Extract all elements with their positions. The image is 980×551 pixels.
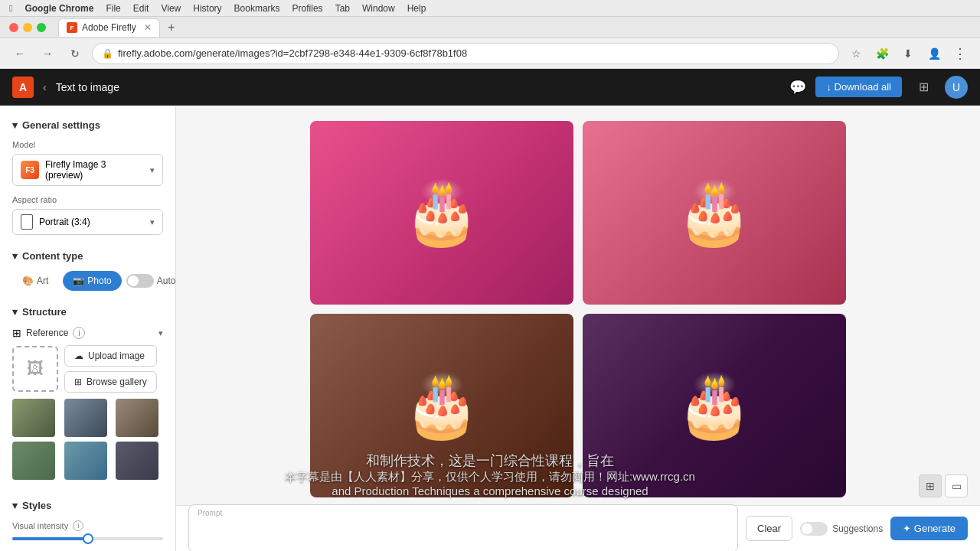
photo-button[interactable]: 📷 Photo [63,271,121,291]
ref-thumb-6[interactable] [116,442,158,480]
adobe-logo: A [12,77,34,98]
prompt-input[interactable] [188,504,738,551]
aspect-ratio-field: Aspect ratio Portrait (3:4) ▾ [0,191,175,240]
bookmark-icon[interactable]: ☆ [845,43,867,64]
app-bar: A ‹ Text to image 💬 ↓ Download all ⊞ U [0,69,980,106]
ref-thumb-3[interactable] [116,399,158,437]
general-settings-header[interactable]: ▾ General settings [0,115,175,135]
chevron-down-icon: ▾ [12,119,18,131]
menu-help[interactable]: Help [407,3,426,14]
download-icon[interactable]: ⬇ [897,43,919,64]
cake-emoji-3: 🎂 [403,370,480,442]
avatar[interactable]: U [945,76,968,99]
menu-chrome[interactable]: Google Chrome [24,3,93,14]
image-card-3[interactable]: 🎂 [310,314,573,497]
browse-gallery-button[interactable]: ⊞ Browse gallery [64,371,157,393]
art-button[interactable]: 🎨 Art [12,271,58,291]
styles-header[interactable]: ▾ Styles [0,495,175,516]
content-type-row: 🎨 Art 📷 Photo Auto [0,266,175,295]
structure-header[interactable]: ▾ Structure [0,302,175,322]
tab-close-icon[interactable]: ✕ [144,22,152,33]
slider-thumb [83,533,93,544]
single-view-button[interactable]: ▭ [945,474,968,497]
content-type-section: ▾ Content type 🎨 Art 📷 Photo Auto [0,246,175,295]
image-card-2[interactable]: 🎂 [583,121,846,305]
apps-grid-icon[interactable]: ⊞ [911,75,936,99]
comment-icon[interactable]: 💬 [789,79,806,96]
visual-intensity-info-icon[interactable]: i [73,520,83,531]
menu-view[interactable]: View [161,3,181,14]
suggestions-switch[interactable] [800,522,828,536]
reload-button[interactable]: ↻ [64,43,86,64]
reference-chevron-icon[interactable]: ▾ [158,328,163,338]
menu-icon[interactable]: ⋮ [949,43,971,64]
general-settings-section: ▾ General settings Model F3 Firefly Imag… [0,115,175,240]
bottom-bar: Prompt Clear Suggestions ✦ Generate [176,505,980,551]
active-tab[interactable]: F Adobe Firefly ✕ [58,18,160,37]
back-nav-button[interactable]: ← [9,43,31,64]
address-actions: ☆ 🧩 ⬇ 👤 ⋮ [845,43,971,64]
auto-toggle[interactable]: Auto [126,274,176,288]
visual-intensity-slider[interactable] [12,537,163,540]
generate-button[interactable]: ✦ Generate [890,517,968,540]
model-field: Model F3 Firefly Image 3 (preview) ▾ [0,135,175,191]
model-dropdown[interactable]: F3 Firefly Image 3 (preview) ▾ [12,154,163,186]
aspect-name: Portrait (3:4) [39,217,144,227]
reference-info-icon[interactable]: i [73,327,85,339]
main-layout: ▾ General settings Model F3 Firefly Imag… [0,106,980,551]
general-settings-label: General settings [22,119,100,131]
content-type-header[interactable]: ▾ Content type [0,246,175,266]
photo-icon: 📷 [73,276,84,286]
menu-window[interactable]: Window [362,3,395,14]
forward-nav-button[interactable]: → [37,43,58,64]
profile-icon[interactable]: 👤 [923,43,945,64]
extension-icon[interactable]: 🧩 [871,43,893,64]
menu-file[interactable]: File [106,3,120,14]
upload-image-button[interactable]: ☁ Upload image [64,345,157,367]
menu-profiles[interactable]: Profiles [292,3,323,14]
art-label: Art [37,276,48,286]
image-card-4[interactable]: 🎂 [583,314,846,497]
main-content: 🎂 🎂 🎂 🎂 [176,106,980,551]
image-grid: 🎂 🎂 🎂 🎂 [310,121,846,497]
styles-section: ▾ Styles Visual intensity i [0,495,175,551]
url-text: firefly.adobe.com/generate/images?id=2cb… [118,47,829,59]
reference-icon: ⊞ [12,327,21,339]
reference-label: Reference [26,328,68,338]
suggestions-knob [802,523,812,534]
toggle-switch[interactable] [126,274,154,288]
prompt-label: Prompt [198,509,222,517]
ref-thumb-1[interactable] [12,399,55,437]
suggestions-toggle[interactable]: Suggestions [800,522,883,536]
cake-emoji-1: 🎂 [403,177,480,249]
menu-bookmarks[interactable]: Bookmarks [234,3,280,14]
maximize-button[interactable] [37,23,46,32]
ref-thumb-4[interactable] [12,442,55,480]
minimize-button[interactable] [23,23,32,32]
ref-thumb-2[interactable] [64,399,107,437]
image-card-1[interactable]: 🎂 [310,121,573,305]
art-icon: 🎨 [22,276,34,286]
menu-tab[interactable]: Tab [335,3,350,14]
menu-edit[interactable]: Edit [133,3,149,14]
grid-view-button[interactable]: ⊞ [919,474,942,497]
new-tab-button[interactable]: + [163,19,180,36]
upload-placeholder-icon: 🖼 [27,359,44,379]
apple-menu[interactable]:  [9,3,12,14]
slider-fill [12,537,88,540]
reference-row: ⊞ Reference i ▾ [12,327,163,339]
auto-label: Auto [157,276,176,286]
ref-thumb-5[interactable] [64,442,107,480]
aspect-ratio-label: Aspect ratio [12,195,163,204]
back-button[interactable]: ‹ [43,81,47,93]
clear-button[interactable]: Clear [746,516,792,541]
aspect-ratio-dropdown[interactable]: Portrait (3:4) ▾ [12,209,163,235]
prompt-wrapper: Prompt [188,504,738,551]
download-all-button[interactable]: ↓ Download all [815,77,902,97]
reference-thumbs-row2 [12,442,163,480]
app-bar-right: 💬 ↓ Download all ⊞ U [789,75,968,99]
close-button[interactable] [9,23,18,32]
visual-intensity-label: Visual intensity i [12,520,163,531]
url-bar[interactable]: 🔒 firefly.adobe.com/generate/images?id=2… [92,43,839,64]
menu-history[interactable]: History [193,3,221,14]
